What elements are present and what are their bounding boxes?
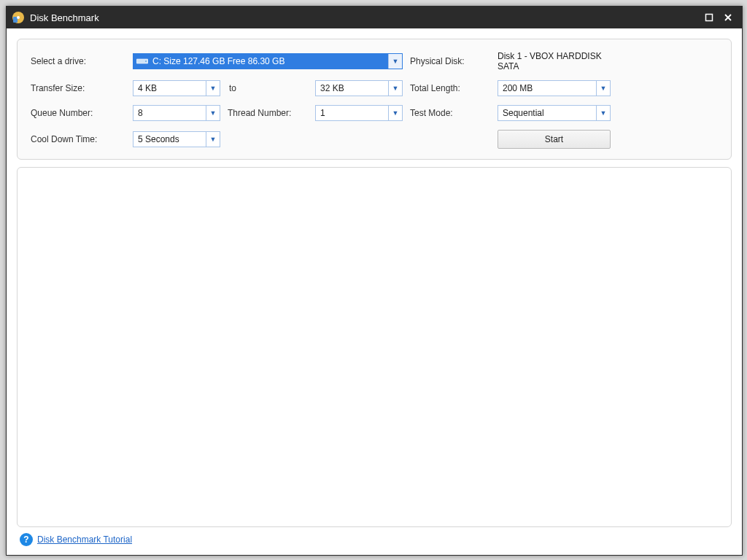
chevron-down-icon: ▼ [388, 106, 402, 120]
thread-number-label: Thread Number: [228, 108, 308, 118]
drive-select[interactable]: C: Size 127.46 GB Free 86.30 GB ▼ [133, 53, 403, 69]
select-drive-label: Select a drive: [31, 56, 125, 66]
settings-panel: Select a drive: C: Size 127.46 GB Free 8… [17, 39, 732, 160]
client-area: Select a drive: C: Size 127.46 GB Free 8… [7, 28, 742, 555]
total-length-select[interactable]: 200 MB ▼ [498, 80, 611, 96]
queue-number-select[interactable]: 8 ▼ [133, 105, 220, 121]
test-mode-value: Sequential [503, 108, 544, 118]
drive-icon [136, 57, 148, 66]
help-icon[interactable]: ? [20, 533, 33, 546]
transfer-size-to-select[interactable]: 32 KB ▼ [315, 80, 403, 96]
test-mode-select[interactable]: Sequential ▼ [498, 105, 611, 121]
svg-rect-3 [706, 15, 713, 21]
thread-number-value: 1 [320, 108, 325, 118]
svg-point-2 [17, 16, 20, 19]
chevron-down-icon: ▼ [206, 81, 220, 96]
maximize-button[interactable] [700, 8, 719, 27]
physical-disk-value: Disk 1 - VBOX HARDDISK SATA [498, 51, 611, 71]
cool-down-label: Cool Down Time: [31, 134, 125, 144]
start-button[interactable]: Start [498, 130, 611, 149]
total-length-label: Total Length: [410, 83, 490, 93]
titlebar: Disk Benchmark [7, 7, 742, 28]
chevron-down-icon: ▼ [388, 81, 402, 96]
app-icon [11, 10, 26, 25]
start-button-label: Start [545, 134, 563, 144]
total-length-value: 200 MB [503, 83, 533, 93]
transfer-size-from-value: 4 KB [138, 83, 157, 93]
test-mode-label: Test Mode: [410, 108, 490, 118]
cool-down-select[interactable]: 5 Seconds ▼ [133, 131, 220, 147]
disk-benchmark-window: Disk Benchmark Select a drive: [6, 6, 743, 556]
queue-number-label: Queue Number: [31, 108, 125, 118]
footer: ? Disk Benchmark Tutorial [17, 527, 732, 548]
chevron-down-icon: ▼ [596, 81, 610, 96]
drive-select-value: C: Size 127.46 GB Free 86.30 GB [152, 56, 285, 66]
chevron-down-icon: ▼ [206, 132, 220, 147]
to-label: to [228, 83, 308, 93]
tutorial-link[interactable]: Disk Benchmark Tutorial [37, 534, 132, 545]
chevron-down-icon: ▼ [388, 54, 402, 69]
transfer-size-from-select[interactable]: 4 KB ▼ [133, 80, 220, 96]
chevron-down-icon: ▼ [206, 106, 220, 120]
window-title: Disk Benchmark [30, 12, 99, 23]
transfer-size-to-value: 32 KB [320, 83, 344, 93]
results-panel [17, 167, 732, 527]
physical-disk-label: Physical Disk: [410, 56, 490, 66]
svg-point-8 [145, 61, 147, 62]
chevron-down-icon: ▼ [596, 106, 610, 120]
close-button[interactable] [719, 8, 738, 27]
cool-down-value: 5 Seconds [138, 134, 179, 144]
queue-number-value: 8 [138, 108, 143, 118]
transfer-size-label: Transfer Size: [31, 83, 125, 93]
thread-number-select[interactable]: 1 ▼ [315, 105, 403, 121]
